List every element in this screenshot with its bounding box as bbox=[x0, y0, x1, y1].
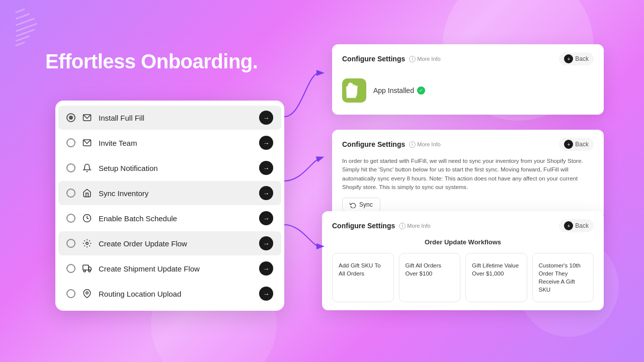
step-radio-order bbox=[66, 239, 75, 248]
step-arrow-install[interactable]: → bbox=[259, 111, 273, 125]
step-label-notification: Setup Notification bbox=[99, 164, 253, 172]
step-icon-batch bbox=[82, 213, 93, 224]
workflows-title: Order Update Workflows bbox=[332, 238, 594, 246]
step-radio-notification bbox=[66, 163, 75, 172]
svg-point-5 bbox=[84, 270, 86, 272]
decorative-lines bbox=[15, 10, 38, 45]
config-title-1: Configure Settings bbox=[342, 55, 405, 63]
step-item-install[interactable]: Install Full Fill → bbox=[58, 106, 281, 130]
config-header-1: Configure Settings i More Info + Back bbox=[342, 52, 594, 65]
info-icon-3: i bbox=[399, 223, 406, 229]
sync-description: In order to get started with FulFill, we… bbox=[342, 157, 594, 192]
step-label-shipment: Create Shipment Update Flow bbox=[99, 264, 253, 273]
step-icon-sync bbox=[82, 188, 93, 199]
config-header-2: Configure Settings i More Info + Back bbox=[342, 138, 594, 151]
step-label-install: Install Full Fill bbox=[99, 114, 253, 122]
step-icon-install bbox=[82, 112, 93, 123]
config-title-3: Configure Settings bbox=[332, 222, 395, 230]
more-info-label-2: More Info bbox=[417, 141, 440, 147]
main-heading: Effortless Onboarding. bbox=[45, 50, 258, 73]
workflow-card-3[interactable]: Customer's 10th Order They Receive A Gif… bbox=[532, 253, 594, 302]
more-info-label-3: More Info bbox=[407, 223, 430, 229]
more-info-button-3[interactable]: i More Info bbox=[399, 223, 430, 229]
step-icon-order bbox=[82, 238, 93, 249]
config-title-area-3: Configure Settings i More Info bbox=[332, 222, 431, 230]
back-icon-2: + bbox=[564, 140, 573, 149]
config-title-2: Configure Settings bbox=[342, 140, 405, 148]
step-icon-invite bbox=[82, 137, 93, 148]
step-label-batch: Enable Batch Schedule bbox=[99, 214, 253, 223]
workflow-card-label-2: Gift Lifetime Value Over $1,000 bbox=[472, 262, 519, 277]
step-arrow-routing[interactable]: → bbox=[259, 287, 273, 301]
app-installed-text: App Installed ✓ bbox=[373, 86, 425, 95]
more-info-label-1: More Info bbox=[417, 56, 440, 62]
step-radio-routing bbox=[66, 289, 75, 298]
back-button-3[interactable]: + Back bbox=[559, 219, 594, 232]
config-panel-2: Configure Settings i More Info + Back In… bbox=[332, 130, 604, 220]
step-radio-batch bbox=[66, 214, 75, 223]
shopify-icon bbox=[342, 78, 366, 103]
step-item-batch[interactable]: Enable Batch Schedule → bbox=[58, 206, 281, 230]
more-info-button-1[interactable]: i More Info bbox=[409, 56, 440, 62]
step-radio-shipment bbox=[66, 264, 75, 273]
back-label-1: Back bbox=[575, 55, 589, 62]
step-arrow-notification[interactable]: → bbox=[259, 161, 273, 175]
app-installed-label: App Installed bbox=[373, 86, 414, 95]
step-arrow-shipment[interactable]: → bbox=[259, 261, 273, 276]
step-icon-routing bbox=[82, 288, 93, 299]
back-label-2: Back bbox=[575, 141, 589, 148]
step-item-shipment[interactable]: Create Shipment Update Flow → bbox=[58, 256, 281, 281]
step-item-sync[interactable]: Sync Inventory → bbox=[58, 181, 281, 205]
step-arrow-order[interactable]: → bbox=[259, 236, 273, 250]
step-label-routing: Routing Location Upload bbox=[99, 290, 253, 298]
config-header-3: Configure Settings i More Info + Back bbox=[332, 219, 594, 232]
workflow-card-1[interactable]: Gift All Orders Over $100 bbox=[399, 253, 461, 302]
sync-icon bbox=[350, 202, 356, 208]
back-label-3: Back bbox=[575, 222, 589, 229]
step-radio-invite bbox=[66, 138, 75, 147]
step-radio-sync bbox=[66, 189, 75, 198]
workflow-card-label-3: Customer's 10th Order They Receive A Gif… bbox=[539, 262, 581, 293]
step-item-routing[interactable]: Routing Location Upload → bbox=[58, 282, 281, 306]
sync-button-label: Sync bbox=[359, 201, 373, 208]
svg-point-6 bbox=[89, 270, 91, 272]
step-item-notification[interactable]: Setup Notification → bbox=[58, 156, 281, 180]
step-item-invite[interactable]: Invite Team → bbox=[58, 131, 281, 155]
back-button-1[interactable]: + Back bbox=[559, 52, 594, 65]
step-label-invite: Invite Team bbox=[99, 139, 253, 147]
config-title-area-1: Configure Settings i More Info bbox=[342, 55, 441, 63]
svg-rect-4 bbox=[83, 265, 89, 270]
info-icon-2: i bbox=[409, 141, 416, 148]
more-info-button-2[interactable]: i More Info bbox=[409, 141, 440, 148]
step-icon-shipment bbox=[82, 263, 93, 274]
config-panel-1: Configure Settings i More Info + Back Ap… bbox=[332, 44, 604, 115]
back-button-2[interactable]: + Back bbox=[559, 138, 594, 151]
app-installed-row: App Installed ✓ bbox=[342, 71, 594, 107]
step-icon-notification bbox=[82, 162, 93, 173]
step-radio-install bbox=[66, 113, 75, 122]
config-title-area-2: Configure Settings i More Info bbox=[342, 140, 441, 148]
step-arrow-sync[interactable]: → bbox=[259, 186, 273, 200]
workflow-card-0[interactable]: Add Gift SKU To All Orders bbox=[332, 253, 394, 302]
workflow-card-2[interactable]: Gift Lifetime Value Over $1,000 bbox=[465, 253, 527, 302]
back-icon-1: + bbox=[564, 54, 573, 63]
step-arrow-invite[interactable]: → bbox=[259, 136, 273, 150]
info-icon-1: i bbox=[409, 56, 416, 62]
back-icon-3: + bbox=[564, 221, 573, 230]
step-arrow-batch[interactable]: → bbox=[259, 211, 273, 225]
workflow-card-label-0: Add Gift SKU To All Orders bbox=[339, 262, 381, 277]
step-label-sync: Sync Inventory bbox=[99, 189, 253, 198]
svg-point-3 bbox=[86, 242, 89, 245]
installed-check-icon: ✓ bbox=[417, 86, 425, 95]
step-item-order[interactable]: Create Order Update Flow → bbox=[58, 231, 281, 255]
config-panel-3: Configure Settings i More Info + Back Or… bbox=[322, 211, 604, 310]
workflow-cards: Add Gift SKU To All Orders Gift All Orde… bbox=[332, 253, 594, 302]
svg-point-7 bbox=[86, 292, 89, 294]
steps-panel: Install Full Fill → Invite Team → Setup … bbox=[55, 101, 284, 311]
sync-button[interactable]: Sync bbox=[342, 198, 380, 212]
step-label-order: Create Order Update Flow bbox=[99, 239, 253, 248]
workflow-card-label-1: Gift All Orders Over $100 bbox=[406, 262, 442, 277]
